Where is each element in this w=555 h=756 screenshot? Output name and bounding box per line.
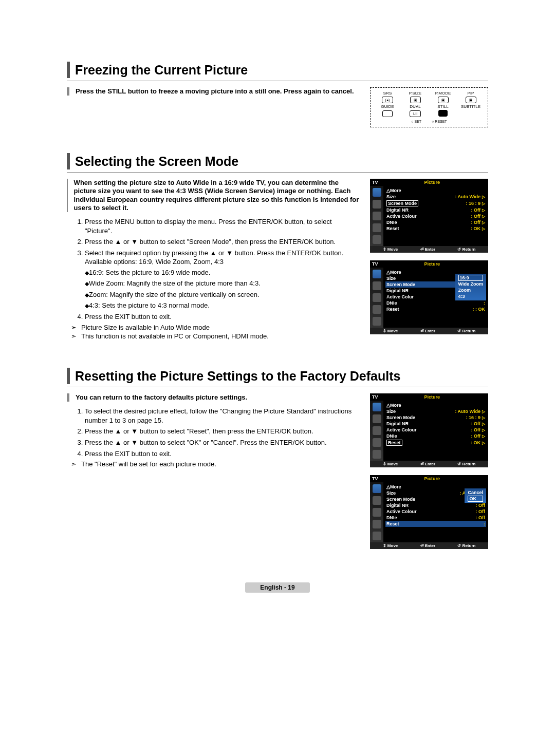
option-item: 16:9: Sets the picture to 16:9 wide mode… — [85, 268, 360, 277]
step-item: Press the ▲ or ▼ button to select "Reset… — [85, 427, 360, 436]
step-item: To select the desired picture effect, fo… — [85, 407, 360, 425]
option-item: Wide Zoom: Magnify the size of the pictu… — [85, 279, 360, 288]
note-text: This function is not available in PC or … — [81, 332, 269, 340]
header-bar-icon — [67, 368, 70, 384]
step-item: Press the EXIT button to exit. — [85, 449, 360, 459]
step-item: Press the ▲ or ▼ button to select "Scree… — [85, 237, 360, 247]
option-item: 4:3: Sets the picture to 4:3 normal mode… — [85, 301, 360, 310]
note-icon: ➣ — [71, 460, 81, 468]
note-text: The "Reset" will be set for each picture… — [81, 460, 216, 468]
page-footer: English - 19 — [245, 582, 310, 593]
step-item: Press the MENU button to display the men… — [85, 217, 360, 235]
remote-label: PIP — [468, 91, 474, 96]
section-title: Freezing the Current Picture — [75, 63, 248, 78]
header-bar-icon — [67, 153, 70, 169]
step-item: Press the EXIT button to exit. — [85, 312, 360, 322]
note-icon: ➣ — [71, 324, 81, 331]
option-item: Zoom: Magnify the size of the picture ve… — [85, 290, 360, 299]
remote-label: GUIDE — [381, 104, 394, 109]
header-bar-icon — [67, 62, 70, 78]
still-button-highlight — [438, 110, 448, 117]
section-freezing: Freezing the Current Picture Press the S… — [67, 62, 488, 127]
note-text: Picture Size is available in Auto Wide m… — [81, 324, 210, 331]
section-title: Resetting the Picture Settings to the Fa… — [75, 369, 400, 384]
osd-menu: TVPicture△MoreSize: Auto Wide ▷Screen Mo… — [370, 393, 488, 467]
osd-menu: TVPicture△MoreSize: Auto Wide ▷Screen Mo… — [370, 179, 488, 253]
step-item: Select the required option by pressing t… — [85, 249, 360, 310]
osd-menu: TVPicture△MoreSize: Auto WideScreen Mode… — [370, 475, 488, 549]
intro-text: Press the STILL button to freeze a movin… — [76, 87, 354, 96]
remote-label: DUAL — [410, 104, 420, 109]
remote-label: SRS — [383, 91, 392, 96]
step-list: To select the desired picture effect, fo… — [67, 407, 360, 458]
section-title: Selecting the Screen Mode — [75, 154, 238, 169]
step-list: Press the MENU button to display the men… — [67, 217, 360, 321]
intro-bar-icon — [67, 393, 69, 402]
intro-text: When setting the picture size to Auto Wi… — [74, 179, 360, 212]
remote-label: SUBTITLE — [461, 104, 480, 109]
section-screen-mode: Selecting the Screen Mode When setting t… — [67, 153, 488, 342]
remote-label: STILL — [437, 104, 448, 109]
intro-bar-icon — [67, 179, 68, 212]
osd-menu: TVPicture△MoreSize: Auto WideScreen Mode… — [370, 260, 488, 334]
note-icon: ➣ — [71, 332, 81, 340]
remote-label: P.SIZE — [409, 91, 421, 96]
step-item: Press the ▲ or ▼ button to select "OK" o… — [85, 438, 360, 447]
remote-diagram: SRS(●) P.SIZE▣ P.MODE▣ PIP▣ GUIDE DUALI-… — [370, 87, 488, 127]
section-reset: Resetting the Picture Settings to the Fa… — [67, 368, 488, 557]
intro-bar-icon — [67, 87, 69, 96]
intro-text: You can return to the factory defaults p… — [76, 393, 247, 402]
remote-label: P.MODE — [435, 91, 451, 96]
